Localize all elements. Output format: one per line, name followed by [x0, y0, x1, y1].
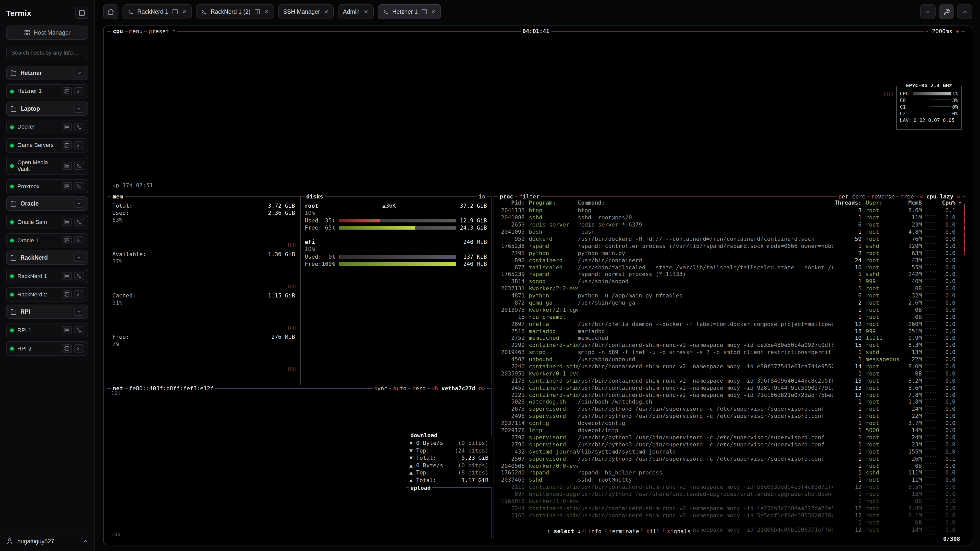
process-row[interactable]: 2013978 kworker/2:1-cgwb 1 root 0B 0.0 [498, 306, 962, 313]
host-server-button[interactable] [62, 87, 72, 95]
group-collapse-button[interactable] [74, 308, 84, 316]
host-terminal-button[interactable] [74, 123, 84, 131]
host-item[interactable]: Proxmox [6, 179, 88, 194]
host-terminal-button[interactable] [74, 237, 84, 245]
host-terminal-button[interactable] [74, 183, 84, 191]
process-row[interactable]: 892 containerd /usr/bin/containerd 24 ro… [498, 257, 962, 264]
process-row[interactable]: 2452 containerd-shim /usr/bin/containerd… [498, 384, 962, 392]
proc-scrollbar[interactable] [964, 204, 965, 255]
interface-switcher[interactable]: <b vetha7c27d n> [430, 385, 487, 392]
process-row[interactable]: 4507 unbound /usr/sbin/unbound 1 message… [498, 356, 962, 363]
split-view-icon[interactable] [172, 9, 178, 15]
home-button[interactable] [103, 4, 118, 19]
process-row[interactable]: 2019463 smtpd smtpd -n 589 -t inet -u -o… [498, 349, 962, 356]
host-server-button[interactable] [62, 291, 72, 299]
host-terminal-button[interactable] [74, 87, 84, 95]
process-row[interactable]: 3814 sogod /usr/sbin/sogod 1 999 40M 0.0 [498, 278, 962, 285]
group-header[interactable]: RackNerd [6, 251, 88, 265]
proc-footer-key[interactable]: kill [645, 527, 661, 535]
split-view-icon[interactable] [422, 9, 428, 15]
host-item[interactable]: Oracle Sam [6, 215, 88, 229]
host-terminal-button[interactable] [74, 326, 84, 334]
host-terminal-button[interactable] [74, 345, 84, 353]
collapse-button[interactable] [920, 4, 935, 19]
process-row[interactable]: 2496 supervisord /usr/bin/python3 /usr/b… [498, 413, 962, 420]
group-header[interactable]: Laptop [6, 102, 88, 116]
process-row[interactable]: 15 rcu_preempt 1 root 0B 0.0 [498, 313, 962, 321]
group-header[interactable]: Hetzner [6, 66, 88, 80]
host-server-button[interactable] [62, 162, 72, 170]
tab[interactable]: Admin [338, 4, 373, 19]
proc-footer-key[interactable]: signals [665, 527, 692, 535]
process-row[interactable]: 2041133 btop btop 3 root 8.6M 0.1 [498, 207, 962, 214]
close-icon[interactable] [324, 9, 329, 14]
process-row[interactable]: 1765238 rspamd rspamd: controller proces… [498, 243, 962, 250]
proc-footer-key[interactable]: terminate [607, 527, 641, 535]
host-server-button[interactable] [62, 218, 72, 226]
menu-button[interactable]: menu [127, 27, 144, 35]
process-row[interactable]: 2673 supervisord /usr/bin/python3 /usr/b… [498, 406, 962, 413]
group-header[interactable]: RPI [6, 305, 88, 319]
process-row[interactable]: 432 systemd-journal /lib/systemd/systemd… [498, 448, 962, 455]
tab[interactable]: SSH Manager [278, 4, 334, 19]
host-item[interactable]: Game Servers [6, 138, 88, 152]
tab[interactable]: RackNerd 1 [123, 4, 192, 19]
host-terminal-button[interactable] [74, 162, 84, 170]
host-server-button[interactable] [62, 123, 72, 131]
process-row[interactable]: 1965018 kworker/1:0-even 1 root 0B 0.0 [498, 498, 962, 505]
proc-footer-key[interactable]: info [587, 527, 603, 535]
process-row[interactable]: 2516 mariadbd mariadbd 18 999 251M 0.0 [498, 327, 962, 335]
search-input[interactable] [6, 46, 88, 59]
close-icon[interactable] [431, 9, 436, 14]
tab[interactable]: RackNerd 1 (2) [196, 4, 274, 19]
process-row[interactable]: 2244 containerd-shim /usr/bin/containerd… [498, 505, 962, 512]
select-control[interactable]: ↑ select ↓ [498, 520, 582, 543]
process-row[interactable]: 2790 supervisord /usr/bin/python3 /usr/b… [498, 441, 962, 448]
host-item[interactable]: RPI 2 [6, 341, 88, 356]
process-row[interactable]: 2029178 lmtp dovecot/lmtp 1 5000 14M 0.0 [498, 427, 962, 434]
net-toggle-button[interactable]: zero [410, 385, 427, 392]
process-row[interactable]: 2037114 config dovecot/config 1 root 3.7… [498, 420, 962, 427]
process-row[interactable]: 1765240 rspamd rspamd: hs_helper process… [498, 469, 962, 476]
close-icon[interactable] [363, 9, 368, 14]
io-toggle[interactable]: io [477, 193, 487, 200]
process-row[interactable]: 877 tailscaled /usr/sbin/tailscaled --st… [498, 264, 962, 271]
host-server-button[interactable] [62, 183, 72, 191]
process-row[interactable]: 2041088 sshd sshd: root@pts/0 1 root 11M… [498, 214, 962, 221]
process-row[interactable]: 2507 supervisord /usr/bin/python3 /usr/b… [498, 455, 962, 462]
update-interval-control[interactable]: - 2000ms + [924, 27, 961, 35]
host-server-button[interactable] [62, 141, 72, 149]
terminal-pane[interactable]: cpu menu preset * 04:01:41 - 2000ms + EP… [103, 25, 972, 545]
host-server-button[interactable] [62, 345, 72, 353]
group-collapse-button[interactable] [74, 200, 84, 208]
host-item[interactable]: Hetzner 1 [6, 84, 88, 98]
host-item[interactable]: Oracle 1 [6, 233, 88, 248]
process-row[interactable]: 2752 memcached memcached 10 11211 9.9M 0… [498, 335, 962, 342]
group-header[interactable]: Oracle [6, 197, 88, 211]
process-row[interactable]: 2041095 bash -bash 1 root 4.8M 0.0 [498, 228, 962, 235]
host-item[interactable]: Docker [6, 120, 88, 134]
host-server-button[interactable] [62, 237, 72, 245]
close-icon[interactable] [264, 9, 269, 14]
process-row[interactable]: 897 unattended-upgr /usr/bin/python3 /us… [498, 491, 962, 498]
process-row[interactable]: 2697 ofelia /usr/bin/ofelia daemon --doc… [498, 321, 962, 328]
process-row[interactable]: 5028 watchdog.sh /bin/bash /watchdog.sh … [498, 399, 962, 406]
process-row[interactable]: 2240 containerd-shim /usr/bin/containerd… [498, 363, 962, 370]
process-row[interactable]: 4871 python python -u /app/main.py nftab… [498, 292, 962, 299]
host-item[interactable]: RPI 1 [6, 323, 88, 338]
host-terminal-button[interactable] [74, 291, 84, 299]
process-row[interactable]: 2165 containerd-shim /usr/bin/containerd… [498, 512, 962, 519]
process-row[interactable]: 2037469 sshd sshd: root@notty 1 root 11M… [498, 476, 962, 484]
host-item[interactable]: Open Media Vault [6, 157, 88, 175]
process-row[interactable]: 2792 supervisord /usr/bin/python3 /usr/b… [498, 434, 962, 441]
process-row[interactable]: 2791 python python main.py 2 root 63M 0.… [498, 250, 962, 257]
process-row[interactable]: 2659 redis-server redis-server *:6379 6 … [498, 221, 962, 229]
process-row[interactable]: 2221 containerd-shim /usr/bin/containerd… [498, 391, 962, 399]
host-terminal-button[interactable] [74, 272, 84, 280]
group-collapse-button[interactable] [74, 105, 84, 113]
process-row[interactable]: 952 dockerd /usr/bin/dockerd -H fd:// --… [498, 235, 962, 243]
group-collapse-button[interactable] [74, 254, 84, 262]
close-icon[interactable] [181, 9, 186, 14]
host-server-button[interactable] [62, 326, 72, 334]
process-row[interactable]: 1765239 rspamd rspamd: normal process (*… [498, 271, 962, 278]
